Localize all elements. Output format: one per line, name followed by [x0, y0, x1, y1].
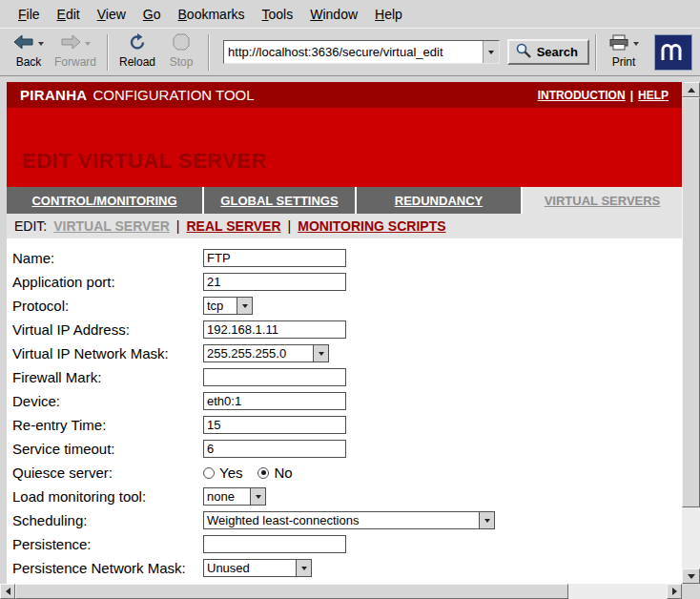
vertical-scrollbar[interactable]: [682, 82, 700, 584]
tab-global-settings[interactable]: GLOBAL SETTINGS: [204, 187, 355, 214]
vertical-scroll-thumb[interactable]: [682, 97, 700, 507]
form-row: Service timeout:: [12, 437, 682, 461]
service-timeout-input[interactable]: [203, 440, 346, 458]
horizontal-scrollbar[interactable]: [0, 584, 682, 599]
printer-icon: [608, 34, 629, 54]
vertical-scroll-track[interactable]: [682, 97, 700, 568]
forward-button[interactable]: Forward: [50, 33, 101, 71]
dropdown-button[interactable]: [250, 488, 265, 505]
form-row: Scheduling: Weighted least-connections: [12, 508, 682, 532]
search-button[interactable]: Search: [507, 39, 589, 65]
field-label: Virtual IP Address:: [12, 321, 203, 338]
name-input[interactable]: [203, 249, 346, 267]
chevron-down-icon: [256, 495, 261, 499]
scroll-up-button[interactable]: [682, 82, 700, 97]
tab-control-monitoring[interactable]: CONTROL/MONITORING: [7, 187, 202, 214]
forward-arrow-icon: [60, 34, 81, 53]
chevron-down-icon: [242, 304, 248, 308]
form-row: Name:: [12, 246, 682, 270]
virtual-ip-input[interactable]: [203, 320, 346, 339]
stop-button[interactable]: Stop: [160, 33, 202, 71]
brand-name: PIRANHA: [20, 87, 87, 103]
browser-window: File Edit View Go Bookmarks Tools Window…: [0, 0, 700, 599]
field-label: Application port:: [12, 274, 203, 290]
quiesce-no-radio[interactable]: [257, 467, 269, 479]
print-dropdown-icon[interactable]: [633, 42, 639, 46]
chevron-down-icon: [301, 567, 307, 570]
field-label: Name:: [12, 250, 203, 266]
form-row: Quiesce server: Yes No: [12, 461, 682, 485]
device-input[interactable]: [203, 392, 346, 410]
scheduling-select[interactable]: Weighted least-connections: [203, 511, 495, 529]
menu-go[interactable]: Go: [134, 3, 170, 26]
real-server-link[interactable]: REAL SERVER: [187, 218, 281, 234]
content-area: PIRANHA CONFIGURATION TOOL INTRODUCTION …: [0, 76, 700, 584]
print-button[interactable]: Print: [603, 33, 645, 71]
menu-edit[interactable]: Edit: [49, 3, 89, 26]
form-row: Virtual IP Address:: [12, 318, 682, 341]
menu-help[interactable]: Help: [366, 3, 411, 26]
quiesce-yes-radio[interactable]: [203, 467, 215, 479]
scroll-left-button[interactable]: [0, 584, 15, 599]
dropdown-button[interactable]: [296, 560, 311, 576]
persistence-input[interactable]: [203, 535, 346, 553]
persistence-netmask-select[interactable]: Unused: [203, 559, 312, 577]
dropdown-button[interactable]: [313, 345, 328, 361]
scrollbar-corner: [682, 584, 700, 599]
url-input[interactable]: [224, 42, 483, 62]
arrow-down-icon: [688, 574, 695, 579]
mozilla-m-icon: [659, 37, 688, 68]
virtual-ip-netmask-select[interactable]: 255.255.255.0: [203, 344, 329, 362]
menu-file[interactable]: File: [10, 3, 49, 26]
scroll-down-button[interactable]: [682, 568, 700, 584]
field-label: Protocol:: [12, 298, 203, 314]
introduction-link[interactable]: INTRODUCTION: [538, 89, 626, 102]
subnav-current-virtual-server: VIRTUAL SERVER: [53, 218, 170, 234]
chevron-down-icon: [319, 352, 324, 356]
help-link[interactable]: HELP: [638, 89, 669, 102]
subnav-separator: |: [288, 218, 292, 234]
quiesce-no-label: No: [274, 465, 292, 481]
form-row: Firewall Mark:: [12, 365, 682, 389]
form-row: Re-entry Time:: [12, 413, 682, 437]
form-row: Persistence Network Mask: Unused: [12, 556, 682, 580]
toolbar: Back Forward Reload: [0, 28, 700, 76]
dropdown-button[interactable]: [237, 298, 252, 314]
horizontal-scroll-track[interactable]: [15, 584, 667, 599]
tab-virtual-servers[interactable]: VIRTUAL SERVERS: [523, 187, 682, 214]
piranha-page: PIRANHA CONFIGURATION TOOL INTRODUCTION …: [7, 82, 682, 584]
reentry-time-input[interactable]: [203, 416, 346, 434]
menu-view[interactable]: View: [89, 3, 134, 26]
page-title: EDIT VIRTUAL SERVER: [22, 149, 267, 174]
form-row: Protocol: tcp: [12, 294, 682, 318]
brand-suffix: CONFIGURATION TOOL: [93, 87, 254, 103]
monitoring-scripts-link[interactable]: MONITORING SCRIPTS: [298, 218, 445, 234]
menu-bookmarks[interactable]: Bookmarks: [170, 3, 254, 26]
back-button[interactable]: Back: [8, 33, 50, 71]
chevron-down-icon: [484, 519, 490, 523]
dropdown-button[interactable]: [479, 512, 494, 528]
application-port-input[interactable]: [203, 273, 346, 291]
mozilla-logo[interactable]: [654, 34, 692, 71]
url-bar: [223, 40, 500, 64]
url-dropdown-button[interactable]: [483, 41, 499, 63]
header-link-separator: |: [630, 89, 633, 102]
load-monitoring-select[interactable]: none: [203, 487, 266, 506]
subnav-separator: |: [176, 218, 180, 234]
toolbar-separator: [595, 34, 597, 71]
form-row: Virtual IP Network Mask: 255.255.255.0: [12, 341, 682, 365]
back-dropdown-icon[interactable]: [38, 42, 44, 46]
field-label: Device:: [12, 393, 203, 409]
reload-icon: [128, 33, 147, 54]
tab-redundancy[interactable]: REDUNDANCY: [357, 187, 521, 214]
reload-button[interactable]: Reload: [114, 33, 160, 71]
menu-window[interactable]: Window: [301, 3, 366, 26]
scroll-right-button[interactable]: [667, 584, 682, 599]
field-label: Scheduling:: [12, 512, 203, 528]
horizontal-scroll-thumb[interactable]: [15, 584, 568, 599]
firewall-mark-input[interactable]: [203, 368, 346, 386]
protocol-select[interactable]: tcp: [203, 297, 253, 315]
menu-tools[interactable]: Tools: [254, 3, 302, 26]
form-row: Load monitoring tool: none: [12, 485, 682, 508]
field-label: Re-entry Time:: [12, 417, 203, 433]
